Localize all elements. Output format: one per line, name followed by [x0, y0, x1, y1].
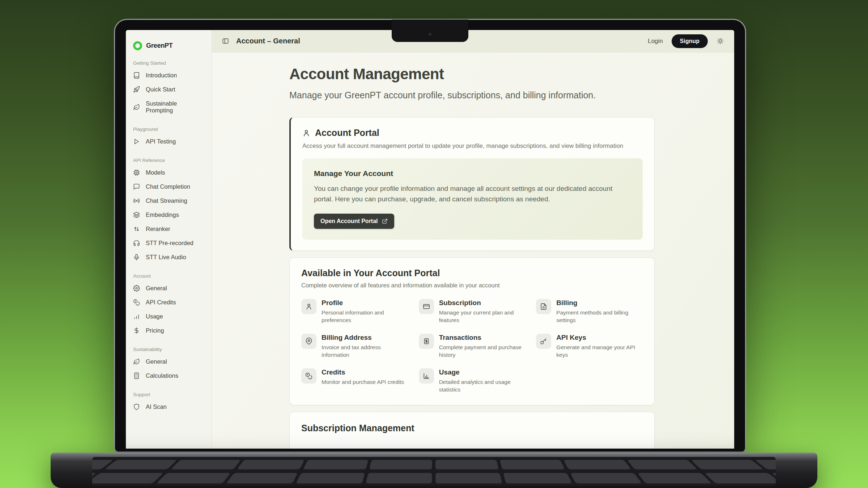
content-column: Account Management Manage your GreenPT a…: [289, 65, 655, 449]
map-pin-icon: [305, 338, 312, 345]
open-account-portal-label: Open Account Portal: [320, 218, 378, 224]
feature-title: Usage: [439, 368, 526, 376]
feature-description: Personal information and preferences: [322, 309, 408, 324]
feature-description: Invoice and tax address information: [322, 343, 408, 359]
sidebar-item-support-ai-scan[interactable]: AI Scan: [133, 400, 204, 414]
feature-title: Profile: [322, 299, 408, 307]
sidebar-item-label: Quick Start: [146, 86, 175, 93]
sidebar-item-label: STT Live Audio: [146, 254, 186, 261]
sidebar-item-api-reference-stt-pre-recorded[interactable]: STT Pre-recorded: [133, 236, 204, 250]
portal-features-title: Available in Your Account Portal: [301, 268, 643, 278]
calculator-icon: [133, 372, 140, 379]
sidebar-item-sustainability-calculations[interactable]: Calculations: [133, 369, 204, 383]
sidebar-item-label: Models: [146, 169, 165, 176]
feature-icon-tile: [419, 299, 434, 314]
sidebar-item-account-pricing[interactable]: Pricing: [133, 324, 204, 338]
feature-icon-tile: [419, 334, 434, 349]
feature-item-profile: ProfilePersonal information and preferen…: [301, 299, 408, 324]
feature-title: Credits: [322, 368, 404, 376]
signup-button[interactable]: Signup: [672, 34, 708, 48]
sidebar-item-getting-started-quick-start[interactable]: Quick Start: [133, 82, 204, 97]
camera-dot: [429, 33, 432, 36]
receipt-icon: [423, 338, 430, 345]
feature-description: Monitor and purchase API credits: [322, 378, 404, 386]
keyboard-key: [499, 460, 565, 470]
feature-text: TransactionsComplete payment and purchas…: [439, 334, 526, 359]
content-scroll-area[interactable]: Account Management Manage your GreenPT a…: [212, 52, 734, 449]
sidebar-item-account-usage[interactable]: Usage: [133, 309, 204, 324]
keyboard-key: [225, 473, 298, 484]
keyboard-key: [170, 460, 241, 470]
sidebar-item-label: Chat Completion: [146, 183, 190, 190]
chart-icon: [423, 372, 430, 380]
brand-logo[interactable]: GreenPT: [126, 38, 212, 53]
keyboard-key: [369, 460, 432, 470]
sidebar-item-api-reference-models[interactable]: Models: [133, 166, 204, 180]
keyboard-keys: [92, 457, 776, 486]
feature-text: CreditsMonitor and purchase API credits: [322, 368, 404, 386]
manage-account-panel: Manage Your Account You can change your …: [302, 158, 643, 240]
book-icon: [133, 72, 140, 79]
subscription-management-card: Subscription Management: [289, 412, 655, 449]
page-breadcrumb-title: Account – General: [236, 37, 300, 45]
open-account-portal-button[interactable]: Open Account Portal: [314, 214, 394, 229]
sidebar-item-label: AI Scan: [146, 403, 167, 410]
keyboard-key: [92, 473, 163, 484]
keyboard-key: [236, 460, 305, 470]
login-link[interactable]: Login: [648, 38, 663, 45]
feature-text: Billing AddressInvoice and tax address i…: [322, 334, 408, 359]
sidebar-item-label: Embeddings: [146, 211, 179, 218]
feature-description: Generate and manage your API keys: [556, 343, 643, 359]
feature-text: API KeysGenerate and manage your API key…: [556, 334, 643, 359]
sidebar-item-api-reference-embeddings[interactable]: Embeddings: [133, 208, 204, 222]
sidebar-nav: Getting StartedIntroductionQuick StartSu…: [126, 53, 212, 421]
person-icon: [302, 129, 310, 137]
sidebar-item-api-reference-chat-completion[interactable]: Chat Completion: [133, 180, 204, 194]
account-portal-card-header: Account Portal: [302, 128, 643, 138]
feature-item-credits: CreditsMonitor and purchase API credits: [301, 368, 408, 394]
chip-icon: [133, 169, 140, 176]
sidebar-item-label: General: [146, 285, 167, 292]
subscription-management-title: Subscription Management: [301, 423, 643, 433]
sidebar-item-label: General: [146, 358, 167, 365]
panel-left-icon[interactable]: [222, 38, 229, 44]
greenpt-ring-logo-icon: [133, 41, 142, 50]
sidebar-item-api-reference-stt-live-audio[interactable]: STT Live Audio: [133, 250, 204, 264]
sidebar-item-playground-api-testing[interactable]: API Testing: [133, 134, 204, 149]
sidebar-item-getting-started-introduction[interactable]: Introduction: [133, 68, 204, 82]
credit-card-icon: [423, 303, 430, 310]
feature-icon-tile: [301, 368, 316, 384]
person-icon: [305, 303, 312, 310]
page-subtitle: Manage your GreenPT account profile, sub…: [289, 90, 655, 100]
keyboard: [92, 457, 776, 486]
manage-account-title: Manage Your Account: [314, 169, 631, 178]
sidebar-item-getting-started-sustainable-prompting[interactable]: Sustainable Prompting: [133, 97, 204, 117]
nav-section-label-account: Account: [133, 273, 204, 279]
account-portal-card-description: Access your full account management port…: [302, 142, 643, 150]
bar-chart-icon: [133, 313, 140, 320]
nav-section-label-getting-started: Getting Started: [133, 60, 204, 66]
feature-title: Billing Address: [322, 334, 408, 342]
feature-icon-tile: [301, 334, 316, 349]
portal-features-card: Available in Your Account Portal Complet…: [289, 257, 655, 405]
chat-bubble-icon: [133, 183, 140, 190]
sidebar-item-api-reference-chat-streaming[interactable]: Chat Streaming: [133, 194, 204, 208]
keyboard-key: [436, 473, 502, 484]
sidebar-item-label: API Testing: [146, 138, 176, 145]
nav-section-label-playground: Playground: [133, 127, 204, 132]
keyboard-key: [570, 473, 643, 484]
sidebar-item-account-general[interactable]: General: [133, 281, 204, 295]
keyboard-key: [705, 473, 776, 484]
feature-icon-tile: [536, 299, 551, 314]
keyboard-key: [436, 460, 499, 470]
sidebar-item-sustainability-general[interactable]: General: [133, 355, 204, 369]
feature-description: Payment methods and billing settings: [556, 309, 643, 324]
screen: GreenPT Getting StartedIntroductionQuick…: [126, 30, 734, 449]
sidebar-item-api-reference-reranker[interactable]: Reranker: [133, 222, 204, 236]
feature-title: API Keys: [556, 334, 643, 342]
headphones-icon: [133, 240, 140, 247]
invoice-icon: [540, 303, 547, 310]
keyboard-key: [627, 460, 698, 470]
sun-icon[interactable]: [716, 37, 724, 45]
sidebar-item-account-api-credits[interactable]: API Credits: [133, 295, 204, 309]
